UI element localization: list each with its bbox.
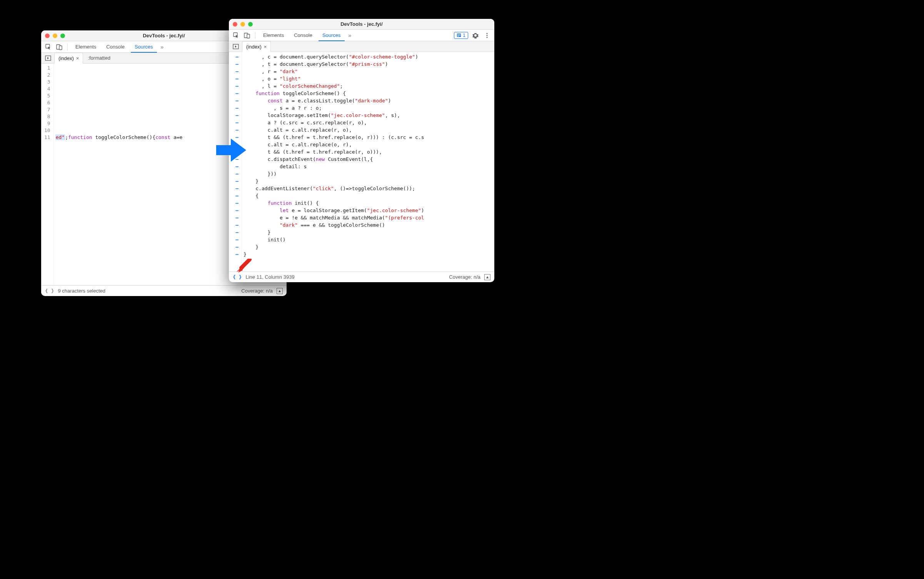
window-minimize-icon[interactable] [53, 33, 57, 38]
line-number: 1 [44, 65, 50, 72]
line-marker: – [232, 163, 239, 170]
line-marker: – [232, 148, 239, 156]
close-tab-icon[interactable]: × [264, 44, 267, 50]
device-toolbar-icon[interactable] [243, 31, 251, 40]
pretty-print-icon[interactable]: { } [233, 274, 242, 280]
line-number: 7 [44, 106, 50, 113]
pretty-print-icon[interactable]: { } [45, 288, 54, 294]
line-marker: – [232, 112, 239, 119]
coverage-status: Coverage: n/a [241, 288, 273, 294]
line-marker: – [232, 170, 239, 177]
tab-elements[interactable]: Elements [259, 30, 288, 41]
line-marker: – [232, 119, 239, 126]
line-number: 11 [44, 134, 50, 141]
line-number: 5 [44, 92, 50, 99]
line-number-gutter: 1234567891011 [41, 64, 54, 285]
line-marker: – [232, 104, 239, 112]
tab-sources[interactable]: Sources [319, 30, 345, 41]
issues-count: 1 [463, 33, 465, 38]
status-bar: { } 9 characters selected Coverage: n/a … [41, 285, 287, 296]
issues-badge[interactable]: 1 [454, 32, 468, 39]
collapse-panel-icon[interactable]: ▲ [277, 288, 283, 294]
line-marker: – [232, 134, 239, 141]
line-marker: – [232, 82, 239, 90]
line-marker: – [232, 177, 239, 185]
line-number: 8 [44, 113, 50, 120]
tab-console[interactable]: Console [102, 41, 128, 53]
close-tab-icon[interactable]: × [76, 55, 79, 61]
line-marker: – [232, 243, 239, 251]
svg-point-12 [486, 35, 487, 36]
settings-gear-icon[interactable] [471, 31, 480, 40]
navigator-toggle-icon[interactable] [231, 42, 240, 51]
title-bar: DevTools - jec.fyi/ [229, 19, 494, 30]
svg-rect-8 [457, 34, 460, 34]
device-toolbar-icon[interactable] [55, 43, 63, 51]
status-text: 9 characters selected [58, 288, 105, 294]
line-number: 2 [44, 72, 50, 79]
line-marker: – [232, 156, 239, 163]
line-marker: – [232, 60, 239, 68]
collapse-panel-icon[interactable]: ▲ [484, 274, 490, 280]
status-bar: { } Line 11, Column 3939 Coverage: n/a ▲ [229, 271, 494, 282]
file-tab-label: (index) [58, 55, 74, 61]
line-marker: – [232, 236, 239, 243]
more-tabs-icon[interactable]: » [159, 44, 165, 50]
line-marker: – [232, 97, 239, 104]
inspect-element-icon[interactable] [44, 43, 53, 51]
line-marker: – [232, 141, 239, 148]
svg-rect-2 [59, 46, 62, 50]
tab-elements[interactable]: Elements [72, 41, 100, 53]
line-marker: – [232, 229, 239, 236]
line-number: 4 [44, 85, 50, 92]
window-close-icon[interactable] [233, 22, 237, 27]
line-number: 10 [44, 127, 50, 134]
file-tab-label: (index) [246, 44, 262, 50]
line-number: 3 [44, 79, 50, 85]
more-menu-icon[interactable] [483, 31, 491, 40]
code-content[interactable]: , c = document.querySelector("#color-sch… [242, 52, 494, 271]
file-tab-index[interactable]: (index) × [54, 53, 83, 64]
window-zoom-icon[interactable] [248, 22, 253, 27]
line-number: 9 [44, 120, 50, 127]
code-editor[interactable]: –––––––––––––––––––––––––––– , c = docum… [229, 52, 494, 271]
line-marker: – [232, 199, 239, 207]
line-marker: – [232, 68, 239, 75]
line-marker: – [232, 251, 239, 258]
devtools-window-right: DevTools - jec.fyi/ Elements Console Sou… [229, 19, 494, 282]
line-marker: – [232, 90, 239, 97]
issue-icon [457, 33, 461, 38]
line-marker: – [232, 192, 239, 199]
line-marker: – [232, 185, 239, 192]
line-number: 6 [44, 99, 50, 106]
file-tab-index[interactable]: (index) × [242, 41, 271, 52]
line-marker: – [232, 53, 239, 60]
window-minimize-icon[interactable] [240, 22, 245, 27]
inspect-element-icon[interactable] [232, 31, 240, 40]
line-marker: – [232, 207, 239, 214]
window-title: DevTools - jec.fyi/ [229, 21, 494, 27]
formatted-tab[interactable]: :formatted [84, 55, 114, 61]
line-marker: – [232, 75, 239, 82]
coverage-status: Coverage: n/a [449, 274, 480, 280]
svg-rect-6 [247, 34, 250, 38]
tab-sources[interactable]: Sources [131, 41, 157, 53]
status-text: Line 11, Column 3939 [245, 274, 294, 280]
main-toolbar: Elements Console Sources » 1 [229, 30, 494, 41]
svg-point-13 [486, 37, 487, 38]
svg-point-11 [486, 33, 487, 34]
navigator-toggle-icon[interactable] [43, 54, 53, 63]
line-marker: – [232, 221, 239, 229]
window-close-icon[interactable] [45, 33, 50, 38]
svg-rect-10 [457, 36, 459, 36]
svg-rect-9 [457, 35, 460, 35]
line-marker: – [232, 126, 239, 134]
line-marker: – [232, 214, 239, 221]
more-tabs-icon[interactable]: » [347, 32, 353, 38]
file-tab-bar: (index) × [229, 41, 494, 52]
window-zoom-icon[interactable] [60, 33, 65, 38]
tab-console[interactable]: Console [290, 30, 316, 41]
line-number-gutter: –––––––––––––––––––––––––––– [229, 52, 242, 271]
